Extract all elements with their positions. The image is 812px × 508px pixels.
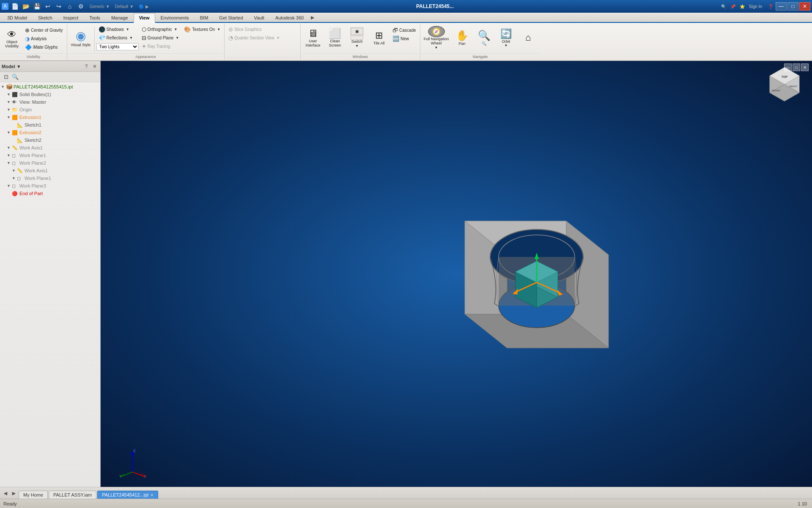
sign-in-btn[interactable]: Sign In bbox=[749, 4, 762, 9]
vp-maximize-btn[interactable]: □ bbox=[793, 64, 800, 71]
3d-model-view bbox=[368, 179, 664, 390]
undo-btn[interactable]: ↩ bbox=[43, 2, 52, 11]
tree-item[interactable]: ▼📏Work Axis1 bbox=[0, 167, 100, 174]
tree-item[interactable]: ▼📏Work Axis1 bbox=[0, 144, 100, 152]
quarter-arrow[interactable]: ▼ bbox=[276, 36, 280, 40]
axis-indicator: Z X Y bbox=[118, 449, 143, 474]
tree-item[interactable]: 📐Sketch1 bbox=[0, 121, 100, 129]
back-btn[interactable]: ⌂ bbox=[518, 25, 539, 51]
model-close-btn[interactable]: ✕ bbox=[91, 63, 99, 70]
more-tabs-btn[interactable]: ▶ bbox=[311, 15, 314, 20]
model-help-btn[interactable]: ? bbox=[82, 63, 90, 70]
tree-item[interactable]: 📐Sketch2 bbox=[0, 136, 100, 144]
open-btn[interactable]: 📂 bbox=[21, 2, 30, 11]
home-btn[interactable]: ⌂ bbox=[65, 2, 74, 11]
tree-item[interactable]: ▼📁Origin bbox=[0, 106, 100, 113]
tree-item[interactable]: ▼◻Work Plane3 bbox=[0, 182, 100, 190]
model-toolbar: ⊡ 🔍 bbox=[0, 72, 100, 82]
tab-close-icon[interactable]: ✕ bbox=[150, 493, 154, 497]
tile-all-btn[interactable]: ⊞ Tile All bbox=[368, 25, 390, 51]
textures-btn[interactable]: 🎨 Textures On ▼ bbox=[182, 25, 222, 33]
clean-screen-btn[interactable]: ⬜ Clean Screen bbox=[324, 25, 346, 51]
tab-nav-right[interactable]: ► bbox=[10, 489, 18, 497]
new-btn[interactable]: 📄 bbox=[10, 2, 19, 11]
tree-item[interactable]: ▼🟧Extrusion1 bbox=[0, 113, 100, 121]
save-btn[interactable]: 💾 bbox=[32, 2, 41, 11]
settings-btn[interactable]: ⚙ bbox=[76, 2, 85, 11]
tree-item[interactable]: ▼👁View: Master bbox=[0, 98, 100, 106]
orthographic-btn[interactable]: ⬡ Orthographic ▼ bbox=[140, 25, 181, 33]
minimize-btn[interactable]: — bbox=[776, 2, 787, 11]
tree-item[interactable]: ▼🟧Extrusion2 bbox=[0, 129, 100, 136]
shadows-btn[interactable]: 🌑 Shadows ▼ bbox=[96, 25, 139, 33]
textures-arrow[interactable]: ▼ bbox=[217, 28, 220, 31]
user-interface-btn[interactable]: 🖥 User Interface bbox=[302, 25, 324, 51]
tree-item[interactable]: ▼◻Work Plane1 bbox=[0, 174, 100, 182]
reflections-btn[interactable]: 💎 Reflections ▼ bbox=[96, 34, 139, 42]
cog-icon: ⊕ bbox=[25, 27, 30, 33]
tab-vault[interactable]: Vault bbox=[249, 13, 270, 22]
tab-autodesk-360[interactable]: Autodesk 360 bbox=[270, 13, 309, 22]
center-of-gravity-btn[interactable]: ⊕ Center of Gravity bbox=[23, 26, 65, 34]
tree-item[interactable]: ▼◻Work Plane2 bbox=[0, 159, 100, 167]
tree-item-icon: 🟧 bbox=[12, 114, 19, 121]
maximize-btn[interactable]: □ bbox=[787, 2, 798, 11]
full-nav-wheel-btn[interactable]: 🧭 Full Navigation Wheel ▼ bbox=[422, 25, 451, 51]
tree-item[interactable]: ▼📦PALLET24545412555415.ipt bbox=[0, 83, 100, 91]
slice-graphics-btn[interactable]: ⊘ Slice Graphics bbox=[226, 25, 282, 33]
tab-pallet-assy[interactable]: PALLET ASSY.iam bbox=[49, 491, 96, 499]
tab-inspect[interactable]: Inspect bbox=[58, 13, 84, 22]
tab-environments[interactable]: Environments bbox=[155, 13, 195, 22]
help-question-icon[interactable]: ❓ bbox=[768, 4, 773, 9]
zoom-btn[interactable]: 🔍 🔍 bbox=[474, 25, 495, 51]
tab-view[interactable]: View bbox=[134, 13, 155, 23]
shadows-arrow[interactable]: ▼ bbox=[126, 28, 129, 31]
search-icon[interactable]: 🔍 bbox=[11, 73, 19, 81]
vp-restore-btn[interactable]: — bbox=[784, 64, 792, 71]
tree-item[interactable]: ▼◻Work Plane1 bbox=[0, 152, 100, 159]
two-lights-dropdown[interactable]: Two Lights bbox=[96, 43, 139, 50]
close-btn[interactable]: ✕ bbox=[799, 2, 810, 11]
tab-bim[interactable]: BIM bbox=[195, 13, 214, 22]
reflections-arrow[interactable]: ▼ bbox=[129, 36, 133, 40]
cascade-btn[interactable]: 🗗 Cascade bbox=[390, 26, 418, 34]
quarter-section-btn[interactable]: ◔ Quarter Section View ▼ bbox=[226, 34, 282, 42]
tab-get-started[interactable]: Get Started bbox=[214, 13, 248, 22]
tab-my-home[interactable]: My Home bbox=[19, 491, 48, 499]
ortho-arrow[interactable]: ▼ bbox=[174, 28, 177, 31]
axis-svg: Z X Y bbox=[118, 449, 147, 478]
redo-btn[interactable]: ↪ bbox=[54, 2, 63, 11]
visual-style-btn[interactable]: ◉ Visual Style bbox=[69, 25, 93, 51]
viewport[interactable]: TOP RIGHT FRONT — □ ✕ bbox=[101, 61, 812, 487]
orbit-arrow[interactable]: ▼ bbox=[505, 44, 508, 47]
filter-btn[interactable]: ⊡ bbox=[2, 73, 10, 81]
ribbon-group-windows: 🖥 User Interface ⬜ Clean Screen ▣ Switch… bbox=[301, 24, 420, 60]
ground-arrow[interactable]: ▼ bbox=[176, 36, 179, 40]
tree-item[interactable]: ▼⬛Solid Bodies(1) bbox=[0, 91, 100, 98]
imate-glyphs-btn[interactable]: 🔷 iMate Glyphs bbox=[23, 43, 65, 51]
analysis-btn[interactable]: ◑ Analysis bbox=[23, 35, 65, 43]
tab-sketch[interactable]: Sketch bbox=[33, 13, 58, 22]
tab-nav-left[interactable]: ◄ bbox=[2, 489, 9, 497]
pan-btn[interactable]: ✋ Pan bbox=[452, 25, 473, 51]
full-nav-arrow[interactable]: ▼ bbox=[435, 46, 438, 50]
model-header-right: ? ✕ bbox=[82, 63, 99, 70]
tab-3d-model[interactable]: 3D Model bbox=[2, 13, 33, 22]
tree-item[interactable]: 🔴End of Part bbox=[0, 190, 100, 197]
visibility-group-content: 👁 Object Visibility ⊕ Center of Gravity … bbox=[2, 25, 65, 53]
switch-arrow[interactable]: ▼ bbox=[355, 44, 359, 48]
object-visibility-btn[interactable]: 👁 Object Visibility bbox=[2, 25, 22, 52]
tab-manage[interactable]: Manage bbox=[106, 13, 134, 22]
tree-item-label: Work Axis1 bbox=[19, 145, 43, 150]
model-display-label bbox=[226, 58, 299, 59]
vp-close-btn[interactable]: ✕ bbox=[801, 64, 809, 71]
ray-tracing-btn[interactable]: ✦ Ray Tracing bbox=[140, 42, 181, 50]
new-window-btn[interactable]: 🆕 New bbox=[390, 35, 418, 43]
model-panel-title[interactable]: Model ▼ bbox=[2, 64, 21, 69]
ground-plane-btn[interactable]: ⊟ Ground Plane ▼ bbox=[140, 34, 181, 42]
switch-btn[interactable]: ▣ Switch ▼ bbox=[346, 25, 368, 51]
tab-pallet-ipt[interactable]: PALLET24545412...ipt ✕ bbox=[97, 491, 158, 499]
orbit-btn[interactable]: 🔄 Orbit ▼ bbox=[496, 25, 517, 51]
two-lights-select[interactable]: Two Lights bbox=[96, 43, 139, 50]
tab-tools[interactable]: Tools bbox=[84, 13, 106, 22]
